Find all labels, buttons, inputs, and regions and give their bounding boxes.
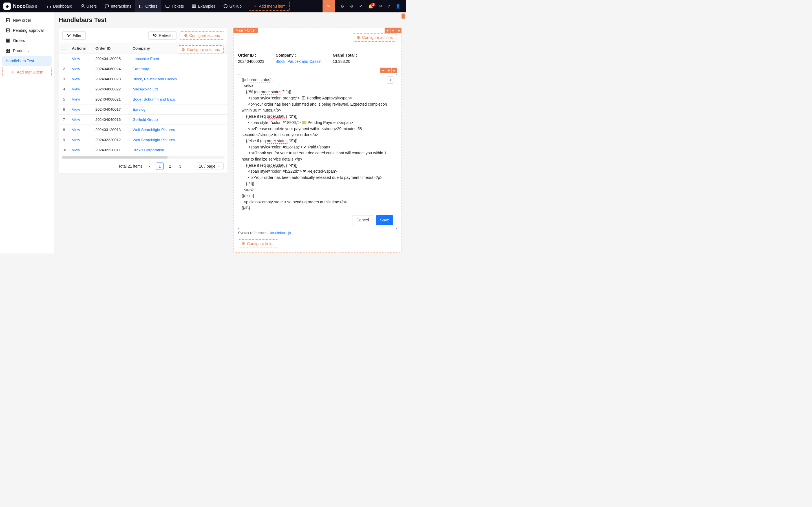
cell-company[interactable]: Block, Paucek and Cassin [133,77,177,81]
nav-github[interactable]: GitHub [219,0,246,12]
logo[interactable]: ◆ NocoBase [3,3,37,10]
sidebar-item-new-order[interactable]: New order [2,15,52,25]
sidebar-item-products[interactable]: Products [2,46,52,56]
pager-next[interactable]: › [187,163,193,170]
row-number: 6 [59,105,69,115]
nav-users[interactable]: Users [77,0,101,12]
topnav-add-menu[interactable]: ＋ Add menu item [249,2,290,11]
filter-button[interactable]: Filter [62,31,86,40]
view-link[interactable]: View [72,148,80,152]
template-editor-content[interactable]: {{#if order.status}} <div> {{#if (eq ord… [242,77,393,211]
plus-icon: ＋ [10,69,14,75]
save-button[interactable]: Save [376,215,393,225]
cell-company[interactable]: Praxis Corporation [133,148,164,152]
highlighter-icon[interactable]: ✎ [322,0,335,12]
svg-rect-13 [8,51,10,52]
add-block-icon-2[interactable]: ＋ [390,27,396,33]
mail-icon[interactable]: ✉ [378,4,382,8]
svg-rect-4 [192,5,194,8]
handlebars-link[interactable]: Handlebars.js [268,231,291,235]
view-link[interactable]: View [72,117,80,122]
sidebar-item-orders[interactable]: Orders [2,36,52,46]
svg-rect-3 [166,5,169,7]
add-block-icon[interactable]: ＋ [380,68,386,73]
bell-badge: 2 [371,3,375,6]
cancel-button[interactable]: Cancel [352,215,373,225]
pager-page-2[interactable]: 2 [166,163,174,170]
order-id-value: 202404060023 [238,59,264,64]
pager-page-3[interactable]: 3 [176,163,184,170]
cancel-label: Cancel [356,217,369,223]
sidebar-item-handlebars-test[interactable]: Handlebars Test [2,56,52,66]
variable-picker-icon[interactable]: x [387,76,394,83]
svg-point-0 [82,4,84,6]
svg-rect-12 [6,51,8,52]
horizontal-scrollbar[interactable] [62,156,225,159]
view-link[interactable]: View [72,138,80,142]
table-row: 10View202402220011Praxis Corporation [59,145,227,155]
bell-icon[interactable]: 🔔2 [368,4,373,8]
filter-label: Filter [73,33,82,38]
settings-icon[interactable]: ⚙ [350,4,354,8]
help-icon[interactable]: ? [388,4,390,8]
chat-icon [105,4,109,8]
cell-company[interactable]: Macejkovic Ltd [133,87,158,91]
cell-company[interactable]: Gerhold Group [133,117,158,122]
svg-rect-10 [6,49,8,50]
nav-dashboard[interactable]: Dashboard [43,0,77,12]
pager-total: Total 21 items [118,164,143,168]
add-block-icon-2[interactable]: ＋ [386,68,391,73]
view-link[interactable]: View [72,87,80,91]
check-circle-icon[interactable]: ✔ [359,4,363,8]
cell-company[interactable]: Leuschke-Ebert [133,57,159,61]
nav-examples[interactable]: Examples [188,0,219,12]
editor-block-tools: ＋ ＋ ≡ [238,68,397,73]
cell-company[interactable]: Wolf Searchlight Pictures [133,128,175,132]
cell-company[interactable]: Wolf Searchlight Pictures [133,138,175,142]
svg-rect-1 [105,5,109,7]
block-tools: ＋ ＋ ≡ [385,27,402,33]
table-row: 4View202404060022Macejkovic Ltd [59,84,227,94]
view-link[interactable]: View [72,77,80,81]
company-value[interactable]: Block, Paucek and Cassin [275,59,321,64]
sidebar-item-pending-approval[interactable]: Pending approval [2,25,52,36]
sidebar-item-label: Orders [13,38,25,43]
add-block-icon[interactable]: ＋ [385,27,390,33]
sidebar-add-menu[interactable]: ＋ Add menu item [2,67,52,77]
configure-fields-button[interactable]: ⚙ Configure fields [238,239,278,248]
view-link[interactable]: View [72,97,80,101]
cell-company[interactable]: Earempty [133,67,149,71]
conf-actions-label: Configure actions [362,35,393,40]
block-menu-icon[interactable]: ≡ [391,68,397,73]
select-all-header[interactable] [59,43,69,54]
nav-tickets[interactable]: Tickets [161,0,188,12]
configure-actions-button[interactable]: ⚙ Configure actions [180,31,224,40]
refresh-button[interactable]: Refresh [148,31,177,40]
cell-company[interactable]: Earslug [133,107,146,112]
view-link[interactable]: View [72,128,80,132]
ticket-icon [165,4,170,8]
configure-columns-button[interactable]: ⚙ Configure columns [178,45,223,54]
view-link[interactable]: View [72,57,80,61]
page-title: Handlebars Test [59,16,402,24]
plugin-icon[interactable]: ⚙ [341,4,344,8]
pager-size-select[interactable]: 10 / page [196,163,223,170]
cell-company[interactable]: Bode, Schumm and Bauc [133,97,175,101]
template-editor[interactable]: x {{#if order.status}} <div> {{#if (eq o… [238,74,397,229]
pager-page-1[interactable]: 1 [156,163,164,170]
box-icon [139,4,144,8]
col-actions: Actions [69,43,93,54]
user-icon[interactable]: 👤 [396,4,400,8]
view-link[interactable]: View [72,67,80,71]
nav-interactions[interactable]: Interactions [101,0,135,12]
drag-handle-icon[interactable] [402,13,405,18]
block-menu-icon[interactable]: ≡ [396,27,402,33]
sidebar-item-label: Handlebars Test [6,59,34,63]
view-link[interactable]: View [72,107,80,112]
svg-rect-5 [194,5,196,8]
nav-orders[interactable]: Orders [135,0,161,12]
topbar-right: ✎ ⚙ ⚙ ✔ 🔔2 ✉ ? 👤 [322,0,403,12]
configure-actions-right[interactable]: ⚙ Configure actions [353,33,396,42]
pager-prev[interactable]: ‹ [147,163,153,170]
nav-label: Orders [145,4,157,8]
